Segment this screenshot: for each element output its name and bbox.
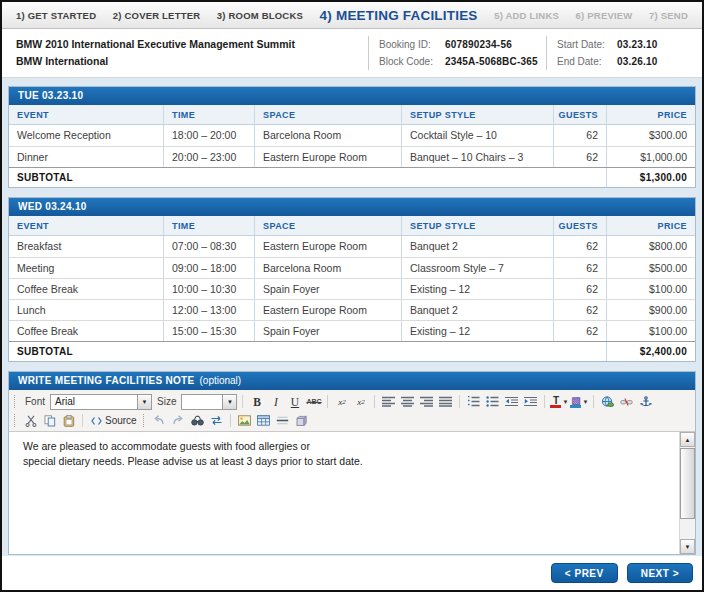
step-tab-room-blocks[interactable]: 3) ROOM BLOCKS bbox=[217, 10, 303, 21]
cell-guests: 62 bbox=[553, 147, 606, 167]
editor-scrollbar[interactable]: ▲ ▼ bbox=[679, 432, 695, 554]
outdent-icon[interactable] bbox=[503, 394, 520, 410]
col-header-setup: SETUP STYLE bbox=[401, 105, 553, 124]
size-select[interactable]: ▼ bbox=[181, 394, 237, 410]
note-text-line: special dietary needs. Please advise us … bbox=[23, 454, 681, 469]
text-color-button[interactable]: T▼ bbox=[550, 394, 568, 410]
undo-icon[interactable] bbox=[151, 413, 168, 429]
toolbar-row-2: Source bbox=[13, 411, 691, 430]
col-header-time: TIME bbox=[163, 216, 254, 235]
horizontal-rule-icon[interactable] bbox=[274, 413, 291, 429]
subtotal-row: SUBTOTAL $2,400.00 bbox=[9, 341, 695, 361]
cell-event: Dinner bbox=[9, 147, 163, 167]
align-right-icon[interactable] bbox=[418, 394, 435, 410]
cell-time: 09:00 – 18:00 bbox=[163, 258, 254, 278]
cell-guests: 62 bbox=[553, 300, 606, 320]
end-date-value: 03.26.10 bbox=[617, 53, 658, 70]
cell-guests: 62 bbox=[553, 321, 606, 341]
scroll-up-button[interactable]: ▲ bbox=[680, 432, 695, 447]
chevron-down-icon[interactable]: ▼ bbox=[137, 395, 151, 409]
bold-button[interactable]: B bbox=[248, 394, 265, 410]
step-tab-meeting-facilities[interactable]: 4) MEETING FACILITIES bbox=[320, 8, 478, 23]
company-name: BMW International bbox=[16, 53, 368, 70]
chevron-down-icon[interactable]: ▼ bbox=[222, 395, 236, 409]
day-table-header: TUE 03.23.10 bbox=[9, 87, 695, 105]
toolbar-handle-icon bbox=[143, 414, 146, 427]
special-character-icon[interactable] bbox=[293, 413, 310, 429]
toolbar-separator bbox=[374, 395, 375, 408]
toolbar-separator bbox=[327, 395, 328, 408]
insert-table-icon[interactable] bbox=[255, 413, 272, 429]
background-color-button[interactable]: ▧▼ bbox=[570, 394, 588, 410]
cell-setup: Existing – 12 bbox=[401, 321, 553, 341]
booking-dates-block: Start Date: 03.23.10 End Date: 03.26.10 bbox=[546, 36, 702, 70]
cell-space: Eastern Europe Room bbox=[254, 147, 401, 167]
ordered-list-icon[interactable] bbox=[465, 394, 482, 410]
subscript-button[interactable]: x2 bbox=[333, 394, 350, 410]
prev-button[interactable]: < PREV bbox=[551, 563, 618, 583]
align-center-icon[interactable] bbox=[399, 394, 416, 410]
copy-icon[interactable] bbox=[41, 413, 58, 429]
step-tab-cover-letter[interactable]: 2) COVER LETTER bbox=[113, 10, 200, 21]
insert-link-icon[interactable] bbox=[599, 394, 616, 410]
scroll-down-button[interactable]: ▼ bbox=[680, 539, 695, 554]
cell-setup: Existing – 12 bbox=[401, 279, 553, 299]
scrollbar-thumb[interactable] bbox=[680, 448, 695, 519]
italic-button[interactable]: I bbox=[267, 394, 284, 410]
cell-setup: Classroom Style – 7 bbox=[401, 258, 553, 278]
redo-icon[interactable] bbox=[170, 413, 187, 429]
step-tab-get-started[interactable]: 1) GET STARTED bbox=[16, 10, 96, 21]
replace-icon[interactable] bbox=[208, 413, 225, 429]
table-row: Coffee Break 10:00 – 10:30 Spain Foyer E… bbox=[9, 278, 695, 299]
font-select[interactable]: Arial ▼ bbox=[50, 394, 152, 410]
toolbar-separator bbox=[593, 395, 594, 408]
toolbar-separator bbox=[459, 395, 460, 408]
font-select-value: Arial bbox=[51, 396, 137, 407]
cut-icon[interactable] bbox=[22, 413, 39, 429]
paste-icon[interactable] bbox=[60, 413, 77, 429]
insert-image-icon[interactable] bbox=[236, 413, 253, 429]
main-content: TUE 03.23.10 EVENT TIME SPACE SETUP STYL… bbox=[2, 78, 702, 556]
col-header-space: SPACE bbox=[254, 105, 401, 124]
anchor-icon[interactable] bbox=[637, 394, 654, 410]
cell-event: Coffee Break bbox=[9, 279, 163, 299]
step-tab-add-links: 5) ADD LINKS bbox=[494, 10, 559, 21]
cell-setup: Banquet 2 bbox=[401, 236, 553, 257]
day-table-header: WED 03.24.10 bbox=[9, 198, 695, 216]
toolbar-handle-icon bbox=[14, 414, 17, 427]
source-button[interactable]: Source bbox=[88, 413, 140, 429]
indent-icon[interactable] bbox=[522, 394, 539, 410]
align-left-icon[interactable] bbox=[380, 394, 397, 410]
chevron-down-icon: ▼ bbox=[582, 399, 588, 405]
note-editor-area: We are pleased to accommodate guests wit… bbox=[9, 432, 695, 554]
subtotal-label: SUBTOTAL bbox=[9, 342, 606, 361]
table-row: Meeting 09:00 – 18:00 Barcelona Room Cla… bbox=[9, 257, 695, 278]
subtotal-value: $1,300.00 bbox=[606, 168, 695, 187]
subtotal-label: SUBTOTAL bbox=[9, 168, 606, 187]
superscript-button[interactable]: x2 bbox=[352, 394, 369, 410]
unordered-list-icon[interactable] bbox=[484, 394, 501, 410]
cell-time: 20:00 – 23:00 bbox=[163, 147, 254, 167]
col-header-event: EVENT bbox=[9, 216, 163, 235]
table-row: Coffee Break 15:00 – 15:30 Spain Foyer E… bbox=[9, 320, 695, 341]
booking-id-block: Booking ID: 607890234-56 Block Code: 234… bbox=[368, 36, 546, 70]
footer-bar: < PREV NEXT > bbox=[2, 556, 702, 590]
note-text-line: We are pleased to accommodate guests wit… bbox=[23, 439, 681, 454]
unlink-icon[interactable] bbox=[618, 394, 635, 410]
note-editor-textbox[interactable]: We are pleased to accommodate guests wit… bbox=[9, 432, 695, 476]
strikethrough-button[interactable]: ABC bbox=[305, 394, 322, 410]
column-header-row: EVENT TIME SPACE SETUP STYLE GUESTS PRIC… bbox=[9, 216, 695, 236]
underline-button[interactable]: U bbox=[286, 394, 303, 410]
block-code-value: 2345A-5068BC-365 bbox=[445, 53, 538, 70]
col-header-space: SPACE bbox=[254, 216, 401, 235]
align-justify-icon[interactable] bbox=[437, 394, 454, 410]
cell-event: Welcome Reception bbox=[9, 125, 163, 146]
booking-id-label: Booking ID: bbox=[379, 36, 445, 53]
find-icon[interactable] bbox=[189, 413, 206, 429]
next-button[interactable]: NEXT > bbox=[627, 563, 693, 583]
cell-price: $800.00 bbox=[606, 236, 695, 257]
note-optional-label: (optional) bbox=[199, 372, 241, 390]
table-row: Welcome Reception 18:00 – 20:00 Barcelon… bbox=[9, 125, 695, 146]
col-header-event: EVENT bbox=[9, 105, 163, 124]
cell-space: Spain Foyer bbox=[254, 321, 401, 341]
